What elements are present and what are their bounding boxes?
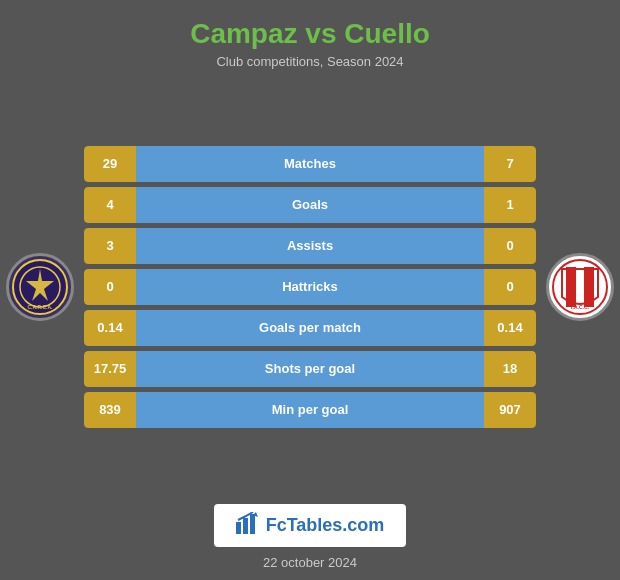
right-team-logo: I.A.C.C. xyxy=(546,253,614,321)
stat-right-value: 0.14 xyxy=(484,310,536,346)
stat-right-value: 18 xyxy=(484,351,536,387)
header: Campaz vs Cuello Club competitions, Seas… xyxy=(0,0,620,75)
svg-text:I.A.C.C.: I.A.C.C. xyxy=(571,304,589,310)
footer-date: 22 october 2024 xyxy=(0,551,620,580)
stat-right-value: 7 xyxy=(484,146,536,182)
stat-row: 17.75Shots per goal18 xyxy=(84,351,536,387)
stat-right-value: 907 xyxy=(484,392,536,428)
stat-label: Shots per goal xyxy=(136,351,484,387)
stat-left-value: 4 xyxy=(84,187,136,223)
stat-left-value: 29 xyxy=(84,146,136,182)
stat-right-value: 1 xyxy=(484,187,536,223)
stats-container: 29Matches74Goals13Assists00Hattricks00.1… xyxy=(80,146,540,428)
stat-label: Hattricks xyxy=(136,269,484,305)
stat-label: Goals per match xyxy=(136,310,484,346)
svg-rect-8 xyxy=(236,522,241,534)
stat-right-value: 0 xyxy=(484,228,536,264)
stat-right-value: 0 xyxy=(484,269,536,305)
left-team-logo-container: C.A.R.C.A. xyxy=(0,253,80,321)
stat-row: 29Matches7 xyxy=(84,146,536,182)
stat-left-value: 0.14 xyxy=(84,310,136,346)
stat-label: Matches xyxy=(136,146,484,182)
stat-label: Min per goal xyxy=(136,392,484,428)
page-container: Campaz vs Cuello Club competitions, Seas… xyxy=(0,0,620,580)
left-team-logo: C.A.R.C.A. xyxy=(6,253,74,321)
brand-container: FcTables.com xyxy=(0,498,620,551)
stat-left-value: 3 xyxy=(84,228,136,264)
brand-text: FcTables.com xyxy=(266,515,385,536)
stat-left-value: 17.75 xyxy=(84,351,136,387)
stat-label: Assists xyxy=(136,228,484,264)
stat-left-value: 0 xyxy=(84,269,136,305)
svg-rect-9 xyxy=(243,518,248,534)
brand-icon xyxy=(236,512,260,539)
svg-text:C.A.R.C.A.: C.A.R.C.A. xyxy=(28,304,54,310)
stat-row: 3Assists0 xyxy=(84,228,536,264)
stat-row: 4Goals1 xyxy=(84,187,536,223)
stat-row: 0Hattricks0 xyxy=(84,269,536,305)
brand-box: FcTables.com xyxy=(214,504,407,547)
left-team-svg: C.A.R.C.A. xyxy=(12,259,68,315)
stat-left-value: 839 xyxy=(84,392,136,428)
main-content: C.A.R.C.A. 29Matches74Goals13Assists00Ha… xyxy=(0,75,620,498)
stat-row: 839Min per goal907 xyxy=(84,392,536,428)
page-title: Campaz vs Cuello xyxy=(10,18,610,50)
right-team-logo-container: I.A.C.C. xyxy=(540,253,620,321)
stat-row: 0.14Goals per match0.14 xyxy=(84,310,536,346)
svg-rect-10 xyxy=(250,514,255,534)
stat-label: Goals xyxy=(136,187,484,223)
page-subtitle: Club competitions, Season 2024 xyxy=(10,54,610,69)
right-team-svg: I.A.C.C. xyxy=(552,259,608,315)
